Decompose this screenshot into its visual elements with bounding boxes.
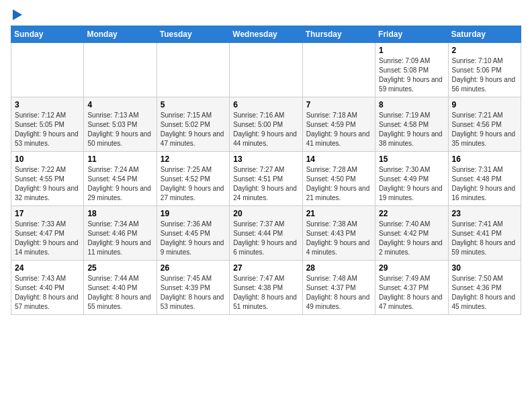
calendar-day-cell: 1Sunrise: 7:09 AM Sunset: 5:08 PM Daylig… [375,43,448,97]
day-number: 9 [452,100,517,109]
calendar-day-cell: 5Sunrise: 7:15 AM Sunset: 5:02 PM Daylig… [157,97,229,152]
day-info: Sunrise: 7:28 AM Sunset: 4:50 PM Dayligh… [306,165,371,203]
day-info: Sunrise: 7:41 AM Sunset: 4:41 PM Dayligh… [452,220,517,257]
day-info: Sunrise: 7:43 AM Sunset: 4:40 PM Dayligh… [15,274,80,312]
day-info: Sunrise: 7:27 AM Sunset: 4:51 PM Dayligh… [233,165,298,203]
calendar-table: SundayMondayTuesdayWednesdayThursdayFrid… [11,26,521,315]
calendar-day-cell: 11Sunrise: 7:24 AM Sunset: 4:54 PM Dayli… [84,152,157,206]
day-info: Sunrise: 7:47 AM Sunset: 4:38 PM Dayligh… [233,274,298,312]
day-info: Sunrise: 7:09 AM Sunset: 5:08 PM Dayligh… [379,56,444,94]
day-info: Sunrise: 7:24 AM Sunset: 4:54 PM Dayligh… [87,165,152,203]
day-info: Sunrise: 7:15 AM Sunset: 5:02 PM Dayligh… [161,111,226,148]
day-info: Sunrise: 7:10 AM Sunset: 5:06 PM Dayligh… [452,56,517,94]
calendar-week-row: 3Sunrise: 7:12 AM Sunset: 5:05 PM Daylig… [11,97,521,152]
day-number: 27 [233,263,298,273]
day-number: 8 [379,100,444,109]
calendar-day-cell: 2Sunrise: 7:10 AM Sunset: 5:06 PM Daylig… [448,43,521,97]
day-of-week-header: Friday [375,26,448,43]
day-number: 1 [379,46,444,55]
day-number: 21 [306,209,371,218]
day-number: 15 [379,154,444,164]
day-info: Sunrise: 7:21 AM Sunset: 4:56 PM Dayligh… [452,111,517,148]
calendar-week-row: 1Sunrise: 7:09 AM Sunset: 5:08 PM Daylig… [11,43,521,97]
day-number: 5 [161,100,226,109]
day-info: Sunrise: 7:49 AM Sunset: 4:37 PM Dayligh… [379,274,444,312]
day-number: 24 [15,263,80,273]
day-of-week-header: Tuesday [157,26,229,43]
calendar-day-cell: 25Sunrise: 7:44 AM Sunset: 4:40 PM Dayli… [84,261,157,315]
calendar-day-cell: 23Sunrise: 7:41 AM Sunset: 4:41 PM Dayli… [448,206,521,261]
day-info: Sunrise: 7:19 AM Sunset: 4:58 PM Dayligh… [379,111,444,148]
day-of-week-header: Wednesday [230,26,302,43]
calendar-day-cell: 6Sunrise: 7:16 AM Sunset: 5:00 PM Daylig… [230,97,302,152]
day-number: 30 [452,263,517,273]
calendar-day-cell [84,43,157,97]
calendar-day-cell: 8Sunrise: 7:19 AM Sunset: 4:58 PM Daylig… [375,97,448,152]
day-number: 12 [161,154,226,164]
day-number: 25 [87,263,152,273]
calendar-day-cell: 28Sunrise: 7:48 AM Sunset: 4:37 PM Dayli… [302,261,375,315]
calendar-day-cell: 18Sunrise: 7:34 AM Sunset: 4:46 PM Dayli… [84,206,157,261]
calendar-day-cell: 3Sunrise: 7:12 AM Sunset: 5:05 PM Daylig… [11,97,84,152]
day-number: 28 [306,263,371,273]
calendar-day-cell: 9Sunrise: 7:21 AM Sunset: 4:56 PM Daylig… [448,97,521,152]
day-number: 18 [87,209,152,218]
day-of-week-header: Monday [84,26,157,43]
day-number: 4 [87,100,152,109]
calendar-day-cell [230,43,302,97]
day-number: 10 [15,154,80,164]
day-info: Sunrise: 7:13 AM Sunset: 5:03 PM Dayligh… [87,111,152,148]
calendar-day-cell: 26Sunrise: 7:45 AM Sunset: 4:39 PM Dayli… [157,261,229,315]
day-info: Sunrise: 7:12 AM Sunset: 5:05 PM Dayligh… [15,111,80,148]
calendar-day-cell [11,43,84,97]
day-info: Sunrise: 7:25 AM Sunset: 4:52 PM Dayligh… [161,165,226,203]
day-number: 2 [452,46,517,55]
day-info: Sunrise: 7:48 AM Sunset: 4:37 PM Dayligh… [306,274,371,312]
calendar-week-row: 24Sunrise: 7:43 AM Sunset: 4:40 PM Dayli… [11,261,521,315]
day-info: Sunrise: 7:37 AM Sunset: 4:44 PM Dayligh… [233,220,298,257]
day-info: Sunrise: 7:44 AM Sunset: 4:40 PM Dayligh… [87,274,152,312]
calendar-day-cell: 29Sunrise: 7:49 AM Sunset: 4:37 PM Dayli… [375,261,448,315]
day-info: Sunrise: 7:45 AM Sunset: 4:39 PM Dayligh… [161,274,226,312]
day-of-week-header: Sunday [11,26,84,43]
day-number: 11 [87,154,152,164]
calendar-day-cell [302,43,375,97]
day-info: Sunrise: 7:30 AM Sunset: 4:49 PM Dayligh… [379,165,444,203]
day-info: Sunrise: 7:16 AM Sunset: 5:00 PM Dayligh… [233,111,298,148]
calendar-week-row: 10Sunrise: 7:22 AM Sunset: 4:55 PM Dayli… [11,152,521,206]
calendar-day-cell: 21Sunrise: 7:38 AM Sunset: 4:43 PM Dayli… [302,206,375,261]
day-number: 13 [233,154,298,164]
calendar-day-cell: 24Sunrise: 7:43 AM Sunset: 4:40 PM Dayli… [11,261,84,315]
calendar-day-cell: 10Sunrise: 7:22 AM Sunset: 4:55 PM Dayli… [11,152,84,206]
calendar-day-cell: 20Sunrise: 7:37 AM Sunset: 4:44 PM Dayli… [230,206,302,261]
day-number: 17 [15,209,80,218]
day-info: Sunrise: 7:34 AM Sunset: 4:46 PM Dayligh… [87,220,152,257]
calendar-day-cell: 27Sunrise: 7:47 AM Sunset: 4:38 PM Dayli… [230,261,302,315]
day-number: 6 [233,100,298,109]
calendar-day-cell: 30Sunrise: 7:50 AM Sunset: 4:36 PM Dayli… [448,261,521,315]
day-info: Sunrise: 7:38 AM Sunset: 4:43 PM Dayligh… [306,220,371,257]
day-number: 19 [161,209,226,218]
day-number: 3 [15,100,80,109]
calendar-day-cell: 22Sunrise: 7:40 AM Sunset: 4:42 PM Dayli… [375,206,448,261]
logo-arrow-icon [13,9,22,20]
calendar-day-cell: 16Sunrise: 7:31 AM Sunset: 4:48 PM Dayli… [448,152,521,206]
day-number: 20 [233,209,298,218]
day-info: Sunrise: 7:18 AM Sunset: 4:59 PM Dayligh… [306,111,371,148]
day-number: 7 [306,100,371,109]
calendar-day-cell: 19Sunrise: 7:36 AM Sunset: 4:45 PM Dayli… [157,206,229,261]
calendar-week-row: 17Sunrise: 7:33 AM Sunset: 4:47 PM Dayli… [11,206,521,261]
day-number: 26 [161,263,226,273]
day-info: Sunrise: 7:50 AM Sunset: 4:36 PM Dayligh… [452,274,517,312]
calendar-day-cell [157,43,229,97]
calendar-day-cell: 12Sunrise: 7:25 AM Sunset: 4:52 PM Dayli… [157,152,229,206]
calendar-day-cell: 4Sunrise: 7:13 AM Sunset: 5:03 PM Daylig… [84,97,157,152]
header [11,11,521,20]
calendar-day-cell: 17Sunrise: 7:33 AM Sunset: 4:47 PM Dayli… [11,206,84,261]
day-of-week-header: Thursday [302,26,375,43]
day-info: Sunrise: 7:40 AM Sunset: 4:42 PM Dayligh… [379,220,444,257]
day-number: 14 [306,154,371,164]
calendar-day-cell: 14Sunrise: 7:28 AM Sunset: 4:50 PM Dayli… [302,152,375,206]
day-number: 22 [379,209,444,218]
day-info: Sunrise: 7:33 AM Sunset: 4:47 PM Dayligh… [15,220,80,257]
